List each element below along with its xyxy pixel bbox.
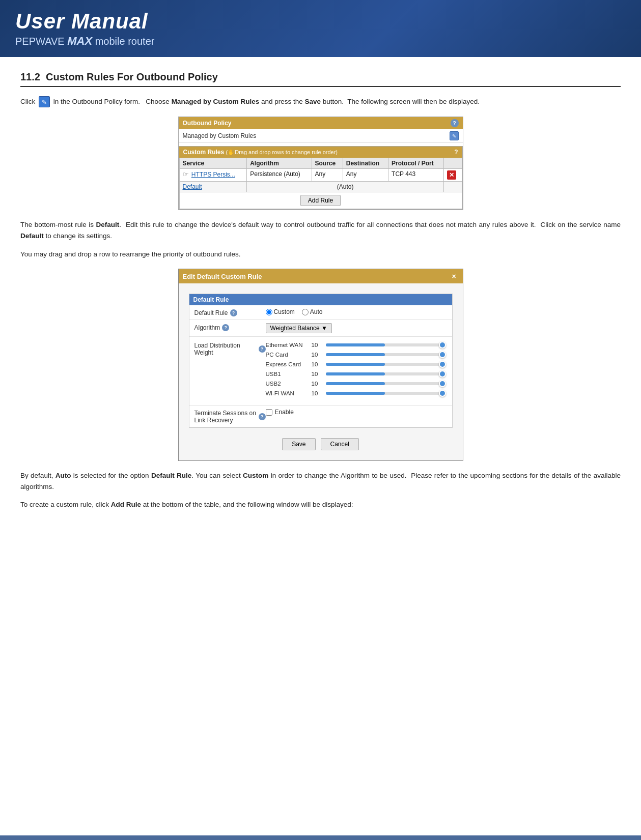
intro-paragraph-1: Click ✎ in the Outbound Policy form. Cho… bbox=[20, 96, 621, 107]
terminate-sessions-label: Terminate Sessions on Link Recovery ? bbox=[194, 409, 266, 424]
custom-rules-header: Custom Rules (✋Drag and drop rows to cha… bbox=[179, 147, 462, 158]
slider-thumb bbox=[439, 361, 446, 368]
load-distribution-label: Load Distribution Weight ? bbox=[194, 340, 266, 356]
outbound-policy-box: Outbound Policy ? Managed by Custom Rule… bbox=[178, 117, 463, 210]
load-distribution-row: Load Distribution Weight ? Ethernet WAN … bbox=[189, 337, 452, 405]
outbound-policy-edit-icon[interactable]: ✎ bbox=[450, 131, 459, 140]
radio-custom-input[interactable] bbox=[266, 309, 272, 315]
col-protocol: Protocol / Port bbox=[388, 158, 444, 169]
main-content: 11.2 Custom Rules For Outbound Policy Cl… bbox=[0, 57, 641, 835]
table-header-row: Service Algorithm Source Destination Pro… bbox=[179, 158, 462, 169]
default-label[interactable]: Default bbox=[179, 182, 247, 192]
default-row: Default (Auto) bbox=[179, 182, 462, 192]
custom-rules-box: Custom Rules (✋Drag and drop rows to cha… bbox=[179, 146, 463, 210]
outbound-policy-title: Outbound Policy bbox=[183, 120, 232, 127]
page-footer: http://www.pepwave.com 51 Copyright @ 20… bbox=[0, 835, 641, 840]
terminate-sessions-row: Terminate Sessions on Link Recovery ? En… bbox=[189, 405, 452, 427]
wan-slider-row: Express Card 10 bbox=[266, 361, 447, 367]
paragraph-2: The bottom-most rule is Default. Edit th… bbox=[20, 219, 621, 241]
page-header: User Manual PEPWAVE MAX mobile router bbox=[0, 0, 641, 57]
slider-fill bbox=[326, 382, 385, 385]
save-button[interactable]: Save bbox=[282, 438, 315, 450]
slider-fill bbox=[326, 353, 385, 356]
wan-value: 10 bbox=[312, 342, 323, 348]
slider-track[interactable] bbox=[326, 372, 444, 375]
slider-fill bbox=[326, 343, 385, 346]
section-number: 11.2 bbox=[20, 71, 40, 82]
col-action bbox=[444, 158, 462, 169]
edit-icon-inline: ✎ bbox=[39, 96, 50, 107]
section-title: 11.2 Custom Rules For Outbound Policy bbox=[20, 71, 621, 87]
default-rule-help[interactable]: ? bbox=[230, 309, 237, 316]
wan-slider-row: USB2 10 bbox=[266, 381, 447, 387]
dialog-close-button[interactable]: × bbox=[450, 272, 459, 281]
slider-fill bbox=[326, 372, 385, 375]
terminate-sessions-checkbox[interactable] bbox=[266, 409, 272, 416]
outbound-policy-label: Managed by Custom Rules bbox=[183, 132, 450, 139]
cell-delete: ✕ bbox=[444, 169, 462, 182]
outbound-policy-header: Outbound Policy ? bbox=[179, 117, 463, 129]
paragraph-3: You may drag and drop a row to rearrange… bbox=[20, 249, 621, 260]
drag-handle-icon: ☞ bbox=[183, 170, 189, 178]
outbound-policy-container: Outbound Policy ? Managed by Custom Rule… bbox=[20, 117, 621, 210]
load-distribution-help[interactable]: ? bbox=[259, 345, 266, 353]
cancel-button[interactable]: Cancel bbox=[321, 438, 359, 450]
wan-value: 10 bbox=[312, 390, 323, 396]
add-row: Add Rule bbox=[179, 192, 462, 209]
wan-value: 10 bbox=[312, 361, 323, 367]
add-rule-button[interactable]: Add Rule bbox=[300, 195, 341, 206]
edit-dialog: Edit Default Custom Rule × Default Rule … bbox=[178, 269, 463, 461]
subtitle-max: MAX bbox=[67, 35, 92, 47]
slider-thumb bbox=[439, 351, 446, 358]
radio-custom-label: Custom bbox=[274, 308, 295, 315]
wan-label: USB1 bbox=[266, 371, 312, 377]
radio-auto-input[interactable] bbox=[302, 309, 309, 315]
cell-service: ☞ HTTPS Persis... bbox=[179, 169, 247, 182]
custom-rules-help-icon[interactable]: ? bbox=[454, 149, 458, 156]
default-rule-row: Default Rule ? Custom Auto bbox=[189, 305, 452, 320]
default-rule-label: Default Rule ? bbox=[194, 308, 266, 316]
slider-track[interactable] bbox=[326, 343, 444, 346]
wan-value: 10 bbox=[312, 381, 323, 387]
wan-slider-row: USB1 10 bbox=[266, 371, 447, 377]
outbound-policy-help-icon[interactable]: ? bbox=[451, 119, 459, 127]
dialog-buttons: Save Cancel bbox=[184, 433, 458, 455]
terminate-sessions-value: Enable bbox=[266, 409, 447, 416]
table-row: ☞ HTTPS Persis... Persistence (Auto) Any… bbox=[179, 169, 462, 182]
default-rule-value: Custom Auto bbox=[266, 308, 447, 315]
terminate-sessions-help[interactable]: ? bbox=[259, 413, 266, 420]
slider-track[interactable] bbox=[326, 353, 444, 356]
default-value: (Auto) bbox=[247, 182, 444, 192]
slider-track[interactable] bbox=[326, 382, 444, 385]
wan-value: 10 bbox=[312, 352, 323, 358]
slider-thumb bbox=[439, 390, 446, 397]
outbound-policy-row: Managed by Custom Rules ✎ bbox=[179, 129, 463, 143]
algorithm-dropdown[interactable]: Weighted Balance ▼ bbox=[266, 323, 332, 333]
service-link[interactable]: HTTPS Persis... bbox=[191, 171, 235, 178]
radio-custom[interactable]: Custom bbox=[266, 308, 295, 315]
enable-label: Enable bbox=[275, 409, 294, 416]
algorithm-help[interactable]: ? bbox=[222, 324, 229, 331]
slider-track[interactable] bbox=[326, 363, 444, 366]
slider-track[interactable] bbox=[326, 392, 444, 395]
custom-rules-table: Service Algorithm Source Destination Pro… bbox=[179, 158, 462, 209]
dialog-title: Edit Default Custom Rule bbox=[183, 273, 262, 280]
delete-rule-button[interactable]: ✕ bbox=[447, 170, 456, 180]
slider-thumb bbox=[439, 341, 446, 349]
radio-auto[interactable]: Auto bbox=[302, 308, 323, 315]
load-distribution-value: Ethernet WAN 10 PC Card 10 Express Card … bbox=[266, 340, 447, 402]
subtitle-suffix: mobile router bbox=[92, 36, 154, 47]
terminate-sessions-checkbox-label[interactable]: Enable bbox=[266, 409, 447, 416]
wan-label: PC Card bbox=[266, 352, 312, 358]
col-algorithm: Algorithm bbox=[247, 158, 312, 169]
wan-slider-row: PC Card 10 bbox=[266, 352, 447, 358]
wan-label: Wi-Fi WAN bbox=[266, 390, 312, 396]
dialog-content: Default Rule Default Rule ? Custom bbox=[179, 283, 463, 460]
dialog-inner: Default Rule Default Rule ? Custom bbox=[189, 294, 453, 428]
algorithm-row: Algorithm ? Weighted Balance ▼ bbox=[189, 320, 452, 337]
wan-value: 10 bbox=[312, 371, 323, 377]
radio-auto-label: Auto bbox=[310, 308, 323, 315]
default-rule-radio-group: Custom Auto bbox=[266, 308, 447, 315]
slider-thumb bbox=[439, 370, 446, 378]
wan-label: Express Card bbox=[266, 361, 312, 367]
